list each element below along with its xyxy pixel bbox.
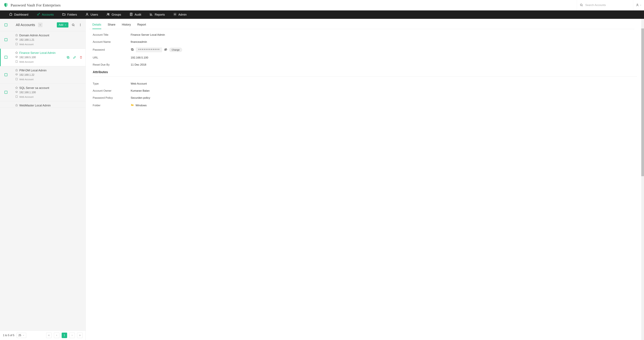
account-type: Web Account	[19, 43, 34, 46]
account-name-label: Account Name	[93, 40, 131, 44]
attributes-heading: Attributes	[93, 70, 637, 77]
tab-history[interactable]: History	[122, 23, 131, 29]
row-checkbox[interactable]	[4, 38, 8, 41]
page-next-button[interactable]	[69, 333, 75, 338]
account-row[interactable]: Domain Admin Account 192.168.1.21 Web Ac…	[0, 31, 86, 49]
svg-marker-24	[16, 52, 18, 54]
page-last-button[interactable]	[77, 333, 82, 338]
nav-reports[interactable]: Reports	[145, 10, 169, 19]
star-icon[interactable]	[15, 34, 18, 37]
accounts-header: All Accounts Add	[0, 19, 86, 31]
nav-admin[interactable]: Admin	[169, 10, 191, 19]
star-icon[interactable]	[15, 86, 18, 90]
copy-password-icon[interactable]	[131, 48, 134, 52]
row-checkbox[interactable]	[4, 91, 8, 94]
svg-point-11	[175, 14, 176, 15]
folder-icon	[131, 103, 134, 107]
details-panel: Details Share History Report Account Tit…	[86, 19, 644, 340]
details-body: Account Title Finance Server Local Admin…	[89, 29, 641, 113]
gear-icon	[173, 12, 177, 17]
page-first-button[interactable]	[46, 333, 52, 338]
delete-icon[interactable]	[79, 56, 82, 59]
accounts-list: Domain Admin Account 192.168.1.21 Web Ac…	[0, 31, 86, 331]
svg-marker-33	[16, 91, 18, 92]
nav-audit[interactable]: Audit	[125, 10, 145, 19]
add-button[interactable]: Add	[57, 22, 68, 27]
chart-icon	[150, 12, 153, 17]
row-checkbox[interactable]	[4, 56, 8, 59]
user-menu[interactable]	[633, 0, 644, 10]
paging-summary: 1 to 5 of 5	[3, 334, 14, 337]
svg-rect-26	[16, 61, 18, 63]
tab-details[interactable]: Details	[92, 23, 101, 29]
search-input[interactable]	[585, 3, 630, 7]
url-value: 192.168.5.100	[131, 56, 148, 59]
svg-rect-36	[132, 49, 134, 50]
nav-accounts-label: Accounts	[42, 13, 54, 16]
tab-report[interactable]: Report	[137, 23, 146, 29]
top-header: Password Vault For Enterprises	[0, 0, 644, 10]
star-icon[interactable]	[15, 69, 18, 72]
building-icon	[15, 78, 18, 81]
select-all-checkbox[interactable]	[4, 23, 8, 26]
page-size-select[interactable]: 25	[16, 333, 26, 338]
account-row[interactable]: PIM-DM Local Admin 192.168.1.22 Web Acco…	[0, 66, 86, 84]
tab-share[interactable]: Share	[108, 23, 116, 29]
scrollbar[interactable]	[641, 19, 644, 340]
account-row[interactable]: Finance Server Local Admin 192.168.5.100…	[0, 49, 86, 66]
account-title-value: Finance Server Local Admin	[131, 33, 165, 36]
account-type: Web Account	[19, 96, 34, 98]
search-icon	[580, 3, 583, 7]
edit-icon[interactable]	[73, 56, 76, 59]
page-size-value: 25	[18, 334, 21, 337]
page-number-button[interactable]: 1	[62, 333, 67, 338]
svg-marker-17	[16, 34, 18, 36]
user-icon	[636, 3, 639, 7]
nav-audit-label: Audit	[134, 13, 141, 16]
nav-users[interactable]: Users	[81, 10, 102, 19]
account-title: PIM-DM Local Admin	[19, 69, 46, 72]
svg-point-2	[637, 4, 638, 5]
chevron-down-icon	[640, 4, 642, 6]
svg-point-0	[580, 4, 582, 6]
page-number: 1	[64, 334, 65, 337]
filter-search-icon[interactable]	[71, 23, 76, 27]
reset-label: Reset Due By	[93, 63, 131, 66]
account-type: Web Account	[19, 78, 34, 81]
reset-value: 11 Dec 2018	[131, 63, 146, 66]
main-content: All Accounts Add	[0, 19, 644, 340]
nav-dashboard[interactable]: Dashboard	[5, 10, 32, 19]
nav-accounts[interactable]: Accounts	[32, 10, 58, 19]
accounts-panel: All Accounts Add	[0, 19, 86, 340]
nav-groups[interactable]: Groups	[102, 10, 125, 19]
nav-reports-label: Reports	[155, 13, 165, 16]
copy-icon[interactable]	[66, 56, 70, 59]
svg-marker-32	[16, 87, 18, 89]
type-value: Web Account	[131, 82, 147, 85]
account-title-label: Account Title	[93, 33, 131, 36]
account-host: 192.168.1.21	[19, 38, 34, 41]
search-box[interactable]	[577, 0, 633, 10]
layers-icon	[15, 73, 18, 77]
policy-value: Securden policy	[131, 96, 150, 100]
row-checkbox[interactable]	[4, 73, 8, 76]
page-prev-button[interactable]	[54, 333, 60, 338]
account-host: 192.168.5.100	[19, 56, 36, 59]
star-icon[interactable]	[15, 51, 18, 55]
svg-marker-29	[16, 69, 18, 71]
building-icon	[15, 60, 18, 63]
account-row[interactable]: WebMaster Local Admin	[0, 101, 86, 108]
change-password-button[interactable]: Change	[169, 48, 182, 52]
title-dropdown[interactable]	[38, 23, 42, 27]
users-icon	[106, 12, 110, 17]
star-icon[interactable]	[15, 104, 18, 107]
eye-off-icon[interactable]	[164, 48, 167, 52]
app-title: Password Vault For Enterprises	[10, 3, 61, 7]
svg-point-6	[108, 13, 109, 14]
shield-logo-icon	[4, 2, 8, 8]
svg-point-4	[86, 13, 88, 14]
account-row[interactable]: SQL Server sa account 192.168.1.100 Web …	[0, 84, 86, 101]
more-menu-icon[interactable]	[78, 23, 82, 27]
svg-point-3	[37, 14, 38, 15]
nav-folders[interactable]: Folders	[58, 10, 81, 19]
